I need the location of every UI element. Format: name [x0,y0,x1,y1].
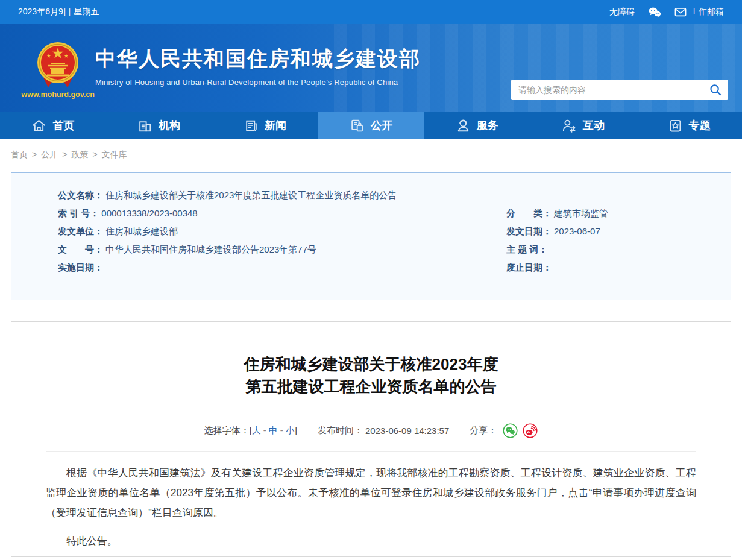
share-label: 分享： [470,425,497,436]
breadcrumb-disclosure[interactable]: 公开 [41,149,58,160]
meta-label-doc-name: 公文名称： [58,189,103,202]
meta-label-issue-date: 发文日期： [506,225,552,238]
font-size-medium-link[interactable]: 中 [269,425,278,435]
nav-item-interaction[interactable]: 互动 [530,112,636,139]
article-panel: 住房和城乡建设部关于核准2023年度 第五批建设工程企业资质名单的公告 选择字体… [11,321,731,557]
breadcrumb-separator: > [92,149,97,160]
site-url: www.mohurd.gov.cn [21,90,95,99]
meta-label-doc-number: 文 号： [58,243,103,256]
nav-item-news[interactable]: 新闻 [212,112,318,139]
site-title-chinese: 中华人民共和国住房和城乡建设部 [95,45,421,73]
breadcrumb-policy[interactable]: 政策 [71,149,88,160]
nav-item-organization[interactable]: 机构 [106,112,212,139]
meta-row-index: 索 引 号： 000013338/2023-00348 分 类： 建筑市场监管 [58,207,718,225]
document-meta-panel: 公文名称： 住房和城乡建设部关于核准2023年度第五批建设工程企业资质名单的公告… [11,172,731,300]
meta-value-doc-name: 住房和城乡建设部关于核准2023年度第五批建设工程企业资质名单的公告 [105,189,397,202]
meta-row-effective: 实施日期： 废止日期： [58,261,718,279]
accessibility-link-label: 无障碍 [609,7,635,17]
font-size-selector: 选择字体：[大-中-小] [204,425,297,436]
nav-item-home[interactable]: 首页 [0,112,106,139]
article-title-line1: 住房和城乡建设部关于核准2023年度 [244,355,498,373]
site-search [511,80,728,100]
publish-time-value: 2023-06-09 14:23:57 [365,426,449,436]
meta-label-issuing-unit: 发文单位： [58,225,103,238]
top-utility-bar: 2023年6月9日 星期五 无障碍 工作邮箱 [0,0,742,24]
article-title-line2: 第五批建设工程企业资质名单的公告 [246,377,497,395]
share-wechat-icon [503,423,518,438]
nav-item-disclosure[interactable]: 公开 [318,112,424,139]
nav-label-disclosure: 公开 [371,118,392,133]
breadcrumb-home[interactable]: 首页 [11,149,28,160]
nav-label-topics: 专题 [689,118,711,133]
current-date: 2023年6月9日 星期五 [18,7,99,17]
font-select-close: ] [295,425,297,435]
article-title: 住房和城乡建设部关于核准2023年度 第五批建设工程企业资质名单的公告 [11,353,731,398]
article-paragraph-1: 根据《中华人民共和国建筑法》及有关建设工程企业资质管理规定，现将我部核准的工程勘… [46,463,696,523]
service-icon [456,118,471,133]
breadcrumb-separator: > [62,149,67,160]
nav-label-organization: 机构 [159,118,180,133]
meta-label-category: 分 类： [506,207,552,220]
meta-label-repeal-date: 废止日期： [506,261,552,274]
disclosure-icon [350,118,365,133]
nav-item-service[interactable]: 服务 [424,112,530,139]
breadcrumb-library[interactable]: 文件库 [102,149,127,160]
article-paragraph-2: 特此公告。 [46,531,696,551]
search-input[interactable] [511,80,703,100]
meta-row-doc-number: 文 号： 中华人民共和国住房和城乡建设部公告2023年第77号 主 题 词： [58,243,718,261]
meta-value-issuing-unit: 住房和城乡建设部 [105,225,178,238]
font-dash: - [261,425,269,435]
topics-icon [668,118,683,133]
site-title-english: Ministry of Housing and Urban-Rural Deve… [95,78,421,87]
meta-value-category: 建筑市场监管 [554,207,608,220]
meta-value-issue-date: 2023-06-07 [554,225,600,238]
meta-row-title: 公文名称： 住房和城乡建设部关于核准2023年度第五批建设工程企业资质名单的公告 [58,189,718,207]
nav-label-news: 新闻 [265,118,286,133]
meta-label-subject-words: 主 题 词： [506,243,547,256]
font-size-small-link[interactable]: 小 [286,425,295,435]
nav-label-home: 首页 [52,118,74,133]
meta-row-issuer: 发文单位： 住房和城乡建设部 发文日期： 2023-06-07 [58,225,718,243]
wechat-link[interactable] [648,7,661,17]
share-weibo-icon [523,423,538,438]
site-header: www.mohurd.gov.cn 中华人民共和国住房和城乡建设部 Minist… [0,24,742,112]
work-mailbox-label: 工作邮箱 [690,7,724,17]
wechat-icon [648,7,661,17]
news-icon [244,118,259,133]
meta-label-effective-date: 实施日期： [58,261,103,274]
interaction-icon [562,118,577,133]
font-size-large-link[interactable]: 大 [252,425,261,435]
font-select-label: 选择字体：[ [204,425,252,435]
meta-value-doc-number: 中华人民共和国住房和城乡建设部公告2023年第77号 [105,243,316,256]
meta-value-index-number: 000013338/2023-00348 [101,207,197,220]
share-wechat-button[interactable] [503,423,518,438]
nav-label-interaction: 互动 [583,118,605,133]
nav-item-topics[interactable]: 专题 [636,112,742,139]
breadcrumb: 首页 > 公开 > 政策 > 文件库 [0,139,742,160]
mail-icon [674,7,687,17]
article-meta-row: 选择字体：[大-中-小] 发布时间：2023-06-09 14:23:57 分享… [11,423,731,438]
nav-label-service: 服务 [477,118,498,133]
article-body: 根据《中华人民共和国建筑法》及有关建设工程企业资质管理规定，现将我部核准的工程勘… [11,452,731,551]
font-dash: - [278,425,286,435]
accessibility-link[interactable]: 无障碍 [609,7,635,17]
work-mailbox-link[interactable]: 工作邮箱 [674,7,724,17]
search-button[interactable] [703,80,728,100]
share-weibo-button[interactable] [523,423,538,438]
meta-label-index-number: 索 引 号： [58,207,99,220]
publish-time-label: 发布时间： [318,425,363,436]
home-icon [31,118,46,133]
national-emblem-logo [35,40,81,89]
main-navigation: 首页 机构 新闻 公开 服务 [0,112,742,139]
organization-icon [137,118,152,133]
search-icon [709,84,722,96]
breadcrumb-separator: > [32,149,37,160]
